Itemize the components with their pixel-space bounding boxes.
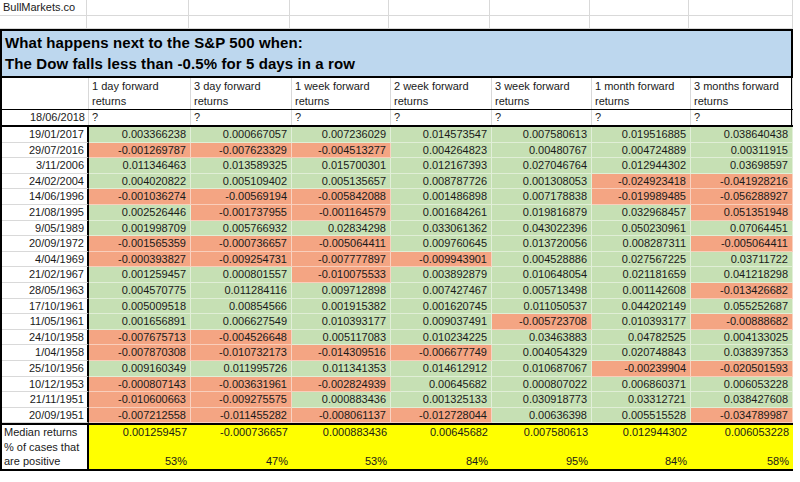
pending-value-cell[interactable]: ? xyxy=(492,110,592,125)
value-cell[interactable]: -0.008061137 xyxy=(292,408,391,424)
value-cell[interactable]: 0.004133025 xyxy=(691,330,793,346)
value-cell[interactable]: -0.020501593 xyxy=(691,361,793,377)
value-cell[interactable]: -0.001737955 xyxy=(191,205,292,221)
value-cell[interactable]: 0.010687067 xyxy=(492,361,592,377)
value-cell[interactable]: -0.010732173 xyxy=(191,345,292,361)
value-cell[interactable]: -0.000807143 xyxy=(89,377,191,393)
value-cell[interactable]: 0.012167393 xyxy=(391,158,492,174)
value-cell[interactable]: 0.008287311 xyxy=(592,236,691,252)
value-cell[interactable]: 0.001486898 xyxy=(391,189,492,205)
value-cell[interactable]: 0.055252687 xyxy=(691,299,793,315)
value-cell[interactable]: 0.004724889 xyxy=(592,143,691,159)
date-cell[interactable]: 21/11/1951 xyxy=(2,392,89,408)
pending-value-cell[interactable]: ? xyxy=(592,110,691,125)
value-cell[interactable]: 0.001998709 xyxy=(89,221,191,237)
value-cell[interactable]: 0.033061362 xyxy=(391,221,492,237)
value-cell[interactable]: 0.005713498 xyxy=(492,283,592,299)
value-cell[interactable]: 0.007178838 xyxy=(492,189,592,205)
value-cell[interactable]: 0.006053228 xyxy=(691,377,793,393)
value-cell[interactable]: 0.006627549 xyxy=(191,314,292,330)
value-cell[interactable]: -0.005723708 xyxy=(492,314,592,330)
percent-value-cell[interactable]: 58% xyxy=(691,454,793,469)
value-cell[interactable]: 0.014573547 xyxy=(391,127,492,143)
value-cell[interactable]: 0.001684261 xyxy=(391,205,492,221)
value-cell[interactable]: 0.00311915 xyxy=(691,143,793,159)
value-cell[interactable]: -0.00569194 xyxy=(191,189,292,205)
value-cell[interactable]: 0.012944302 xyxy=(592,158,691,174)
value-cell[interactable]: 0.03463883 xyxy=(492,330,592,346)
value-cell[interactable]: 0.07064451 xyxy=(691,221,793,237)
value-cell[interactable]: -0.007623329 xyxy=(191,143,292,159)
percent-value-cell[interactable]: 47% xyxy=(191,454,292,469)
value-cell[interactable]: 0.002526446 xyxy=(89,205,191,221)
pending-value-cell[interactable]: ? xyxy=(691,110,793,125)
date-cell[interactable]: 19/01/2017 xyxy=(2,127,89,143)
median-value-cell[interactable]: 0.007580613 xyxy=(492,425,592,440)
date-cell[interactable]: 1/04/1958 xyxy=(2,345,89,361)
value-cell[interactable]: 0.011284116 xyxy=(191,283,292,299)
value-cell[interactable]: -0.000393827 xyxy=(89,252,191,268)
date-cell[interactable]: 11/05/1961 xyxy=(2,314,89,330)
value-cell[interactable]: 0.000801557 xyxy=(191,267,292,283)
percent-value-cell[interactable]: 95% xyxy=(492,454,592,469)
value-cell[interactable]: 0.009760645 xyxy=(391,236,492,252)
value-cell[interactable]: 0.013720056 xyxy=(492,236,592,252)
value-cell[interactable]: 0.02834298 xyxy=(292,221,391,237)
value-cell[interactable]: 0.038397353 xyxy=(691,345,793,361)
value-cell[interactable]: -0.00239904 xyxy=(592,361,691,377)
date-cell[interactable]: 10/12/1953 xyxy=(2,377,89,393)
value-cell[interactable]: 0.00645682 xyxy=(391,377,492,393)
date-column-header[interactable] xyxy=(2,78,89,109)
median-value-cell[interactable]: 0.006053228 xyxy=(691,425,793,440)
column-header-2[interactable]: 3 day forward returns xyxy=(191,78,292,109)
value-cell[interactable]: 0.003366238 xyxy=(89,127,191,143)
value-cell[interactable]: -0.010075533 xyxy=(292,267,391,283)
value-cell[interactable]: -0.002824939 xyxy=(292,377,391,393)
column-header-1[interactable]: 1 day forward returns xyxy=(89,78,191,109)
value-cell[interactable]: 0.00636398 xyxy=(492,408,592,424)
date-cell[interactable]: 24/02/2004 xyxy=(2,174,89,190)
value-cell[interactable]: 0.005117083 xyxy=(292,330,391,346)
pending-value-cell[interactable]: ? xyxy=(191,110,292,125)
value-cell[interactable]: 0.041218298 xyxy=(691,267,793,283)
value-cell[interactable]: 0.038640438 xyxy=(691,127,793,143)
median-value-cell[interactable]: -0.000736657 xyxy=(191,425,292,440)
value-cell[interactable]: -0.005064411 xyxy=(691,236,793,252)
value-cell[interactable]: 0.009037491 xyxy=(391,314,492,330)
value-cell[interactable]: 0.001656891 xyxy=(89,314,191,330)
date-cell[interactable]: 25/10/1956 xyxy=(2,361,89,377)
value-cell[interactable]: 0.019516885 xyxy=(592,127,691,143)
value-cell[interactable]: -0.012728044 xyxy=(391,408,492,424)
value-cell[interactable]: -0.001164579 xyxy=(292,205,391,221)
date-cell[interactable]: 18/06/2018 xyxy=(2,110,89,125)
column-header-3[interactable]: 1 week forward returns xyxy=(292,78,391,109)
column-header-5[interactable]: 3 week forward returns xyxy=(492,78,592,109)
pending-value-cell[interactable]: ? xyxy=(89,110,191,125)
value-cell[interactable]: -0.000736657 xyxy=(191,236,292,252)
value-cell[interactable]: 0.001308053 xyxy=(492,174,592,190)
value-cell[interactable]: 0.020748843 xyxy=(592,345,691,361)
value-cell[interactable]: 0.021181659 xyxy=(592,267,691,283)
date-cell[interactable]: 9/05/1989 xyxy=(2,221,89,237)
percent-value-cell[interactable]: 84% xyxy=(391,454,492,469)
value-cell[interactable]: 0.005009518 xyxy=(89,299,191,315)
value-cell[interactable]: -0.005064411 xyxy=(292,236,391,252)
date-cell[interactable]: 21/02/1967 xyxy=(2,267,89,283)
value-cell[interactable]: 0.011050537 xyxy=(492,299,592,315)
value-cell[interactable]: 0.007427467 xyxy=(391,283,492,299)
value-cell[interactable]: 0.027046764 xyxy=(492,158,592,174)
value-cell[interactable]: 0.010234225 xyxy=(391,330,492,346)
value-cell[interactable]: -0.009943901 xyxy=(391,252,492,268)
value-cell[interactable]: 0.001620745 xyxy=(391,299,492,315)
value-cell[interactable]: 0.001325133 xyxy=(391,392,492,408)
value-cell[interactable]: 0.04782525 xyxy=(592,330,691,346)
value-cell[interactable]: 0.030918773 xyxy=(492,392,592,408)
value-cell[interactable]: 0.011341353 xyxy=(292,361,391,377)
value-cell[interactable]: 0.006860371 xyxy=(592,377,691,393)
value-cell[interactable]: 0.044202149 xyxy=(592,299,691,315)
median-value-cell[interactable]: 0.00645682 xyxy=(391,425,492,440)
value-cell[interactable]: -0.00888682 xyxy=(691,314,793,330)
value-cell[interactable]: 0.005135657 xyxy=(292,174,391,190)
value-cell[interactable]: 0.001259457 xyxy=(89,267,191,283)
value-cell[interactable]: 0.004054329 xyxy=(492,345,592,361)
